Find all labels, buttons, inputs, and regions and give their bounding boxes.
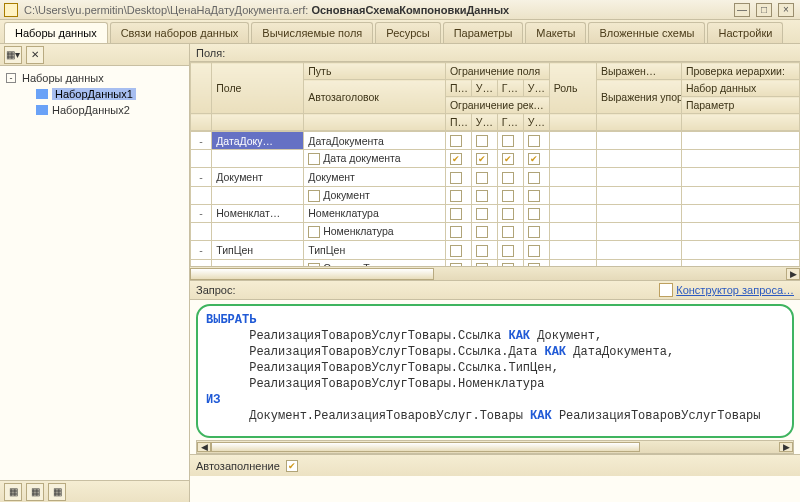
grid-checkbox[interactable] — [502, 135, 514, 147]
col-g2[interactable]: Г… — [497, 114, 523, 131]
col-p2[interactable]: П… — [445, 114, 471, 131]
cell-field[interactable]: ДатаДоку… — [212, 132, 304, 150]
grid-checkbox[interactable] — [450, 226, 462, 238]
cell-role[interactable] — [549, 168, 596, 186]
tab-settings[interactable]: Настройки — [707, 22, 783, 43]
grid-checkbox[interactable] — [450, 245, 462, 257]
cell-field[interactable]: ТипЦен — [212, 241, 304, 259]
footer-btn-2[interactable]: ▦ — [26, 483, 44, 501]
cell-chk[interactable] — [497, 186, 523, 204]
grid-checkbox[interactable] — [450, 135, 462, 147]
grid-checkbox[interactable]: ✔ — [476, 153, 488, 165]
col-u4[interactable]: У… — [523, 114, 549, 131]
cell-chk[interactable]: ✔ — [523, 150, 549, 168]
grid-checkbox[interactable]: ✔ — [502, 153, 514, 165]
row-expander[interactable]: - — [191, 204, 212, 222]
maximize-button[interactable]: □ — [756, 3, 772, 17]
cell-chk[interactable] — [471, 223, 497, 241]
grid-checkbox[interactable]: ✔ — [528, 153, 540, 165]
cell-chk[interactable] — [497, 132, 523, 150]
cell-chk[interactable] — [471, 204, 497, 222]
col-field[interactable]: Поле — [212, 63, 304, 114]
grid-checkbox[interactable] — [528, 245, 540, 257]
cell-chk[interactable]: ✔ — [497, 150, 523, 168]
grid-checkbox[interactable] — [528, 226, 540, 238]
cell-chk[interactable] — [497, 241, 523, 259]
cell-field[interactable]: Номенклат… — [212, 204, 304, 222]
cell-chk[interactable] — [445, 259, 471, 266]
minimize-button[interactable]: — — [734, 3, 750, 17]
grid-checkbox[interactable] — [528, 208, 540, 220]
autoheader-checkbox[interactable] — [308, 153, 320, 165]
cell-chk[interactable] — [523, 168, 549, 186]
cell-chk[interactable] — [497, 204, 523, 222]
cell-chk[interactable] — [445, 223, 471, 241]
cell-role[interactable] — [549, 241, 596, 259]
query-constructor-link[interactable]: Конструктор запроса… — [659, 283, 794, 297]
footer-btn-1[interactable]: ▦ — [4, 483, 22, 501]
cell-chk[interactable] — [523, 132, 549, 150]
cell-chk[interactable] — [445, 186, 471, 204]
tree-root[interactable]: - Наборы данных — [0, 70, 189, 86]
datasets-tree[interactable]: - Наборы данных НаборДанных1 НаборДанных… — [0, 66, 189, 480]
cell-expr[interactable] — [596, 168, 681, 186]
tab-layouts[interactable]: Макеты — [525, 22, 586, 43]
scroll-thumb[interactable] — [190, 268, 434, 280]
autoheader-checkbox[interactable] — [308, 226, 320, 238]
cell-chk[interactable] — [471, 168, 497, 186]
scroll-thumb[interactable] — [211, 442, 640, 452]
footer-btn-3[interactable]: ▦ — [48, 483, 66, 501]
cell-chk[interactable]: ✔ — [445, 150, 471, 168]
col-parameter[interactable]: Параметр — [681, 97, 799, 114]
cell-chk[interactable] — [445, 132, 471, 150]
cell-hier[interactable] — [681, 204, 799, 222]
row-expander[interactable]: - — [191, 132, 212, 150]
cell-expr[interactable] — [596, 241, 681, 259]
tab-resources[interactable]: Ресурсы — [375, 22, 440, 43]
cell-chk[interactable] — [471, 259, 497, 266]
cell-chk[interactable] — [497, 223, 523, 241]
cell-path[interactable]: ТипЦен — [304, 241, 446, 259]
col-g1[interactable]: Г… — [497, 80, 523, 97]
grid-checkbox[interactable] — [476, 226, 488, 238]
cell-role[interactable] — [549, 132, 596, 150]
grid-checkbox[interactable] — [528, 135, 540, 147]
cell-chk[interactable] — [471, 132, 497, 150]
close-button[interactable]: × — [778, 3, 794, 17]
scroll-left-arrow[interactable]: ◀ — [197, 442, 211, 452]
autofill-checkbox[interactable]: ✔ — [286, 460, 298, 472]
cell-chk[interactable] — [523, 186, 549, 204]
col-dataset[interactable]: Набор данных — [681, 80, 799, 97]
grid-checkbox[interactable] — [476, 208, 488, 220]
grid-body[interactable]: - ДатаДоку… ДатаДокумента Дата документа… — [190, 131, 800, 266]
cell-chk[interactable] — [445, 168, 471, 186]
cell-path[interactable]: Номенклатура — [304, 204, 446, 222]
autoheader-checkbox[interactable] — [308, 190, 320, 202]
add-dataset-button[interactable]: ▦▾ — [4, 46, 22, 64]
grid-checkbox[interactable] — [528, 190, 540, 202]
expander-icon[interactable]: - — [6, 73, 16, 83]
scroll-right-arrow[interactable]: ▶ — [779, 442, 793, 452]
grid-hscrollbar[interactable]: ▶ — [190, 266, 800, 280]
col-expr[interactable]: Выражен… — [596, 63, 681, 80]
grid-checkbox[interactable] — [502, 226, 514, 238]
remove-dataset-button[interactable]: ✕ — [26, 46, 44, 64]
cell-role[interactable] — [549, 204, 596, 222]
row-expander[interactable]: - — [191, 168, 212, 186]
row-expander[interactable]: - — [191, 241, 212, 259]
grid-checkbox[interactable] — [476, 135, 488, 147]
cell-hier[interactable] — [681, 241, 799, 259]
col-u1[interactable]: У… — [471, 80, 497, 97]
query-hscrollbar[interactable]: ◀ ▶ — [196, 440, 794, 454]
grid-checkbox[interactable] — [502, 172, 514, 184]
grid-checkbox[interactable] — [450, 190, 462, 202]
cell-path[interactable]: ДатаДокумента — [304, 132, 446, 150]
cell-autoheader[interactable]: Дата документа — [304, 150, 446, 168]
tab-calculated[interactable]: Вычисляемые поля — [251, 22, 373, 43]
cell-path[interactable]: Документ — [304, 168, 446, 186]
grid-checkbox[interactable] — [450, 172, 462, 184]
tab-datasets[interactable]: Наборы данных — [4, 22, 108, 43]
cell-chk[interactable] — [523, 223, 549, 241]
cell-field[interactable]: Документ — [212, 168, 304, 186]
cell-autoheader[interactable]: Номенклатура — [304, 223, 446, 241]
